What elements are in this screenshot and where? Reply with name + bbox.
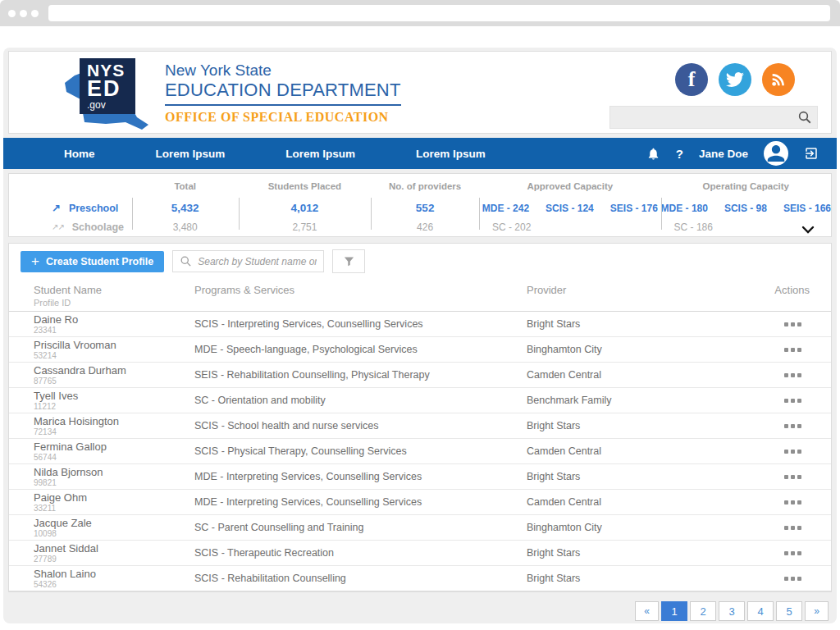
- nav-item[interactable]: Lorem Ipsum: [156, 148, 226, 160]
- actions-menu-button[interactable]: [719, 373, 810, 377]
- students-panel: + Create Student Profile Student Name Pr…: [8, 243, 832, 592]
- table-row[interactable]: Shalon Laino 54326 SCIS - Rehabilitation…: [9, 566, 831, 591]
- agency-title-line2: EDUCATION DEPARTMENT: [165, 80, 401, 101]
- page-button[interactable]: 1: [661, 601, 687, 621]
- stats-header-operating: Operating Capacity: [703, 181, 789, 198]
- nysed-logo-mark: NYS ED .gov: [55, 53, 152, 132]
- profile-id: 56744: [34, 453, 194, 462]
- page-button[interactable]: 4: [747, 601, 774, 621]
- actions-menu-button[interactable]: [719, 322, 810, 326]
- profile-id: 99821: [34, 478, 194, 487]
- stats-header-providers: No. of providers: [389, 181, 461, 198]
- services-cell: SCIS - Interpreting Services, Counsellin…: [194, 318, 527, 330]
- actions-menu-button[interactable]: [719, 551, 810, 555]
- student-name: Nilda Bjornson: [34, 467, 194, 478]
- next-page-button[interactable]: »: [805, 601, 829, 621]
- window-controls[interactable]: [8, 10, 39, 17]
- student-name: Jannet Siddal: [34, 543, 194, 555]
- prev-page-button[interactable]: «: [635, 601, 659, 621]
- actions-menu-button[interactable]: [719, 577, 810, 581]
- student-search-input[interactable]: [198, 256, 317, 267]
- actions-menu-button[interactable]: [719, 399, 810, 403]
- nav-item[interactable]: Home: [64, 148, 95, 160]
- filter-button[interactable]: [332, 249, 365, 273]
- profile-id: 10098: [34, 529, 194, 538]
- stats-header-total: Total: [174, 181, 196, 198]
- browser-url-bar[interactable]: [48, 5, 830, 21]
- chevron-down-icon[interactable]: [801, 226, 815, 235]
- table-row[interactable]: Cassandra Durham 87765 SEIS - Rehabilita…: [9, 363, 831, 388]
- actions-menu-button[interactable]: [719, 500, 810, 504]
- profile-id: 33211: [34, 504, 194, 513]
- window-control-dot[interactable]: [20, 10, 27, 17]
- table-toolbar: + Create Student Profile: [9, 244, 831, 278]
- actions-menu-button[interactable]: [719, 348, 810, 352]
- nav-item[interactable]: Lorem Ipsum: [285, 148, 355, 160]
- table-row[interactable]: Marica Hoisington 72134 SCIS - School he…: [9, 413, 831, 439]
- student-name: Shalon Laino: [34, 568, 194, 580]
- actions-menu-button[interactable]: [719, 475, 810, 479]
- table-row[interactable]: Fermina Gallop 56744 SCIS - Physical The…: [9, 439, 831, 464]
- site-search-input[interactable]: [615, 112, 797, 124]
- avatar[interactable]: [764, 141, 788, 166]
- office-subtitle: OFFICE OF SPECIAL EDUCATION: [165, 110, 401, 125]
- provider-cell: Binghamton City: [527, 522, 719, 533]
- col-provider: Provider: [527, 284, 719, 296]
- nav-item[interactable]: Lorem Ipsum: [416, 148, 486, 160]
- table-row[interactable]: Tyell Ives 11212 SC - Orientation and mo…: [9, 388, 831, 413]
- table-row[interactable]: Daine Ro 23341 SCIS - Interpreting Servi…: [9, 312, 831, 337]
- provider-cell: Camden Central: [527, 445, 719, 457]
- rss-icon[interactable]: [762, 63, 795, 96]
- col-actions: Actions: [719, 284, 810, 296]
- page-button[interactable]: 3: [719, 601, 745, 621]
- logo-gov: .gov: [87, 99, 135, 111]
- bell-icon[interactable]: [646, 147, 660, 161]
- services-cell: SCIS - School health and nurse services: [194, 420, 527, 431]
- search-icon: [180, 255, 192, 267]
- services-cell: SC - Parent Counselling and Training: [194, 522, 527, 533]
- search-icon[interactable]: [797, 110, 812, 125]
- services-cell: SEIS - Rehabilitation Counselling, Physi…: [194, 369, 527, 381]
- services-cell: SCIS - Physical Therapy, Counselling Ser…: [194, 445, 527, 457]
- stat-providers-schoolage: 426: [417, 218, 433, 236]
- provider-cell: Binghamton City: [527, 344, 719, 355]
- stat-total-schoolage: 3,480: [173, 218, 198, 236]
- help-icon[interactable]: ?: [676, 147, 683, 161]
- services-cell: MDE - Interpreting Services, Counselling…: [194, 471, 527, 482]
- title-divider: [165, 104, 401, 106]
- student-name: Marica Hoisington: [34, 416, 194, 427]
- table-row[interactable]: Nilda Bjornson 99821 MDE - Interpreting …: [9, 464, 831, 490]
- provider-cell: Benchmark Family: [527, 395, 719, 406]
- provider-cell: Camden Central: [527, 369, 719, 381]
- capacity-chip: SEIS - 166: [783, 203, 831, 214]
- actions-menu-button[interactable]: [719, 526, 810, 530]
- student-name: Daine Ro: [34, 314, 194, 326]
- stats-tab-schoolage[interactable]: ↗↗ Schoolage: [52, 221, 124, 233]
- create-student-profile-button[interactable]: + Create Student Profile: [21, 251, 164, 272]
- table-row[interactable]: Jacque Zale 10098 SC - Parent Counsellin…: [9, 515, 831, 541]
- nysed-logo-square: NYS ED .gov: [80, 58, 135, 114]
- student-name: Jacque Zale: [34, 518, 194, 529]
- facebook-icon[interactable]: f: [675, 63, 708, 96]
- actions-menu-button[interactable]: [719, 450, 810, 454]
- window-control-dot[interactable]: [31, 10, 39, 17]
- stat-providers-preschool: 552: [416, 198, 435, 218]
- table-row[interactable]: Jannet Siddal 27789 SCIS - Therapeutic R…: [9, 541, 831, 566]
- profile-id: 11212: [34, 402, 194, 411]
- approved-capacity-sc: SC - 202: [479, 218, 531, 236]
- window-control-dot[interactable]: [8, 10, 16, 17]
- stats-header-approved: Approved Capacity: [527, 181, 613, 198]
- table-row[interactable]: Paige Ohm 33211 MDE - Interpreting Servi…: [9, 490, 831, 515]
- stats-tab-preschool[interactable]: ↗ Preschool: [52, 202, 118, 214]
- funnel-icon: [343, 255, 355, 267]
- page-button[interactable]: 5: [776, 601, 802, 621]
- logout-icon[interactable]: [804, 146, 819, 161]
- approved-capacity-values: MDE - 242SCIS - 124SEIS - 176: [482, 198, 658, 218]
- profile-id: 23341: [34, 326, 194, 335]
- table-row[interactable]: Priscilla Vrooman 53214 MDE - Speech-lan…: [9, 337, 831, 363]
- stat-placed-schoolage: 2,751: [292, 218, 317, 236]
- twitter-icon[interactable]: [719, 63, 751, 96]
- page-button[interactable]: 2: [690, 601, 716, 621]
- actions-menu-button[interactable]: [719, 424, 810, 428]
- student-name: Priscilla Vrooman: [34, 340, 194, 351]
